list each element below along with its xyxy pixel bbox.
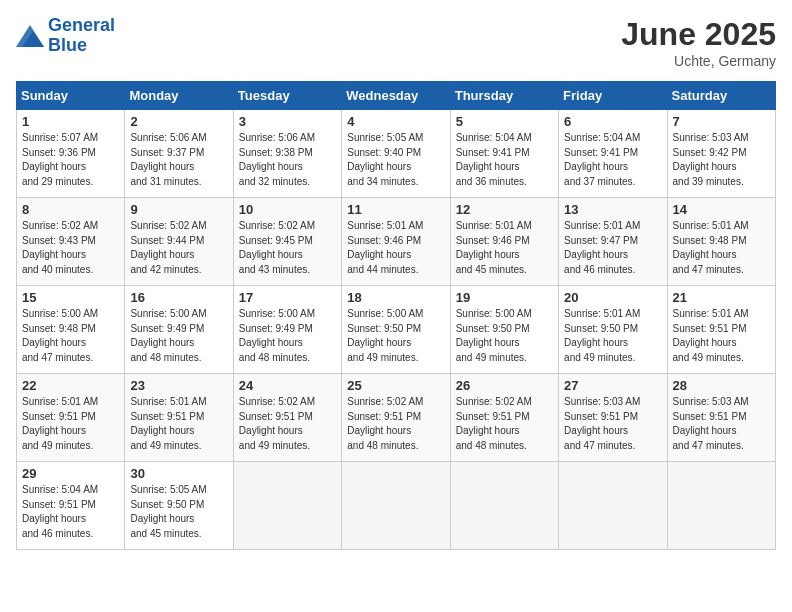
calendar-cell: 26 Sunrise: 5:02 AM Sunset: 9:51 PM Dayl…	[450, 374, 558, 462]
calendar-cell: 1 Sunrise: 5:07 AM Sunset: 9:36 PM Dayli…	[17, 110, 125, 198]
calendar-cell: 2 Sunrise: 5:06 AM Sunset: 9:37 PM Dayli…	[125, 110, 233, 198]
week-row-1: 1 Sunrise: 5:07 AM Sunset: 9:36 PM Dayli…	[17, 110, 776, 198]
calendar-cell: 20 Sunrise: 5:01 AM Sunset: 9:50 PM Dayl…	[559, 286, 667, 374]
calendar-cell	[233, 462, 341, 550]
calendar-cell: 14 Sunrise: 5:01 AM Sunset: 9:48 PM Dayl…	[667, 198, 775, 286]
day-info: Sunrise: 5:06 AM Sunset: 9:37 PM Dayligh…	[130, 131, 227, 189]
logo-text: General Blue	[48, 16, 115, 56]
day-info: Sunrise: 5:02 AM Sunset: 9:51 PM Dayligh…	[347, 395, 444, 453]
day-number: 28	[673, 378, 770, 393]
calendar-cell: 15 Sunrise: 5:00 AM Sunset: 9:48 PM Dayl…	[17, 286, 125, 374]
calendar-cell	[450, 462, 558, 550]
calendar-cell: 12 Sunrise: 5:01 AM Sunset: 9:46 PM Dayl…	[450, 198, 558, 286]
day-info: Sunrise: 5:00 AM Sunset: 9:50 PM Dayligh…	[347, 307, 444, 365]
logo-line2: Blue	[48, 35, 87, 55]
calendar-cell: 10 Sunrise: 5:02 AM Sunset: 9:45 PM Dayl…	[233, 198, 341, 286]
calendar-cell: 3 Sunrise: 5:06 AM Sunset: 9:38 PM Dayli…	[233, 110, 341, 198]
calendar-cell: 25 Sunrise: 5:02 AM Sunset: 9:51 PM Dayl…	[342, 374, 450, 462]
day-number: 24	[239, 378, 336, 393]
day-number: 10	[239, 202, 336, 217]
day-info: Sunrise: 5:01 AM Sunset: 9:48 PM Dayligh…	[673, 219, 770, 277]
day-info: Sunrise: 5:01 AM Sunset: 9:46 PM Dayligh…	[347, 219, 444, 277]
day-info: Sunrise: 5:01 AM Sunset: 9:50 PM Dayligh…	[564, 307, 661, 365]
day-number: 2	[130, 114, 227, 129]
calendar-cell: 5 Sunrise: 5:04 AM Sunset: 9:41 PM Dayli…	[450, 110, 558, 198]
week-row-3: 15 Sunrise: 5:00 AM Sunset: 9:48 PM Dayl…	[17, 286, 776, 374]
calendar-cell: 6 Sunrise: 5:04 AM Sunset: 9:41 PM Dayli…	[559, 110, 667, 198]
calendar-cell: 27 Sunrise: 5:03 AM Sunset: 9:51 PM Dayl…	[559, 374, 667, 462]
day-number: 26	[456, 378, 553, 393]
calendar-cell: 22 Sunrise: 5:01 AM Sunset: 9:51 PM Dayl…	[17, 374, 125, 462]
logo-line1: General	[48, 15, 115, 35]
day-info: Sunrise: 5:00 AM Sunset: 9:49 PM Dayligh…	[130, 307, 227, 365]
title-block: June 2025 Uchte, Germany	[621, 16, 776, 69]
header-friday: Friday	[559, 82, 667, 110]
header-tuesday: Tuesday	[233, 82, 341, 110]
month-title: June 2025	[621, 16, 776, 53]
day-number: 18	[347, 290, 444, 305]
header-wednesday: Wednesday	[342, 82, 450, 110]
day-info: Sunrise: 5:03 AM Sunset: 9:42 PM Dayligh…	[673, 131, 770, 189]
day-info: Sunrise: 5:02 AM Sunset: 9:45 PM Dayligh…	[239, 219, 336, 277]
page-header: General Blue June 2025 Uchte, Germany	[16, 16, 776, 69]
day-number: 1	[22, 114, 119, 129]
day-info: Sunrise: 5:02 AM Sunset: 9:43 PM Dayligh…	[22, 219, 119, 277]
calendar-cell: 19 Sunrise: 5:00 AM Sunset: 9:50 PM Dayl…	[450, 286, 558, 374]
day-info: Sunrise: 5:01 AM Sunset: 9:51 PM Dayligh…	[673, 307, 770, 365]
calendar-cell: 24 Sunrise: 5:02 AM Sunset: 9:51 PM Dayl…	[233, 374, 341, 462]
calendar-cell: 4 Sunrise: 5:05 AM Sunset: 9:40 PM Dayli…	[342, 110, 450, 198]
week-row-2: 8 Sunrise: 5:02 AM Sunset: 9:43 PM Dayli…	[17, 198, 776, 286]
day-number: 20	[564, 290, 661, 305]
calendar-cell: 21 Sunrise: 5:01 AM Sunset: 9:51 PM Dayl…	[667, 286, 775, 374]
day-info: Sunrise: 5:05 AM Sunset: 9:50 PM Dayligh…	[130, 483, 227, 541]
day-info: Sunrise: 5:04 AM Sunset: 9:41 PM Dayligh…	[456, 131, 553, 189]
calendar-cell: 18 Sunrise: 5:00 AM Sunset: 9:50 PM Dayl…	[342, 286, 450, 374]
day-number: 22	[22, 378, 119, 393]
day-info: Sunrise: 5:03 AM Sunset: 9:51 PM Dayligh…	[564, 395, 661, 453]
week-row-4: 22 Sunrise: 5:01 AM Sunset: 9:51 PM Dayl…	[17, 374, 776, 462]
logo-icon	[16, 25, 44, 47]
day-number: 29	[22, 466, 119, 481]
day-number: 5	[456, 114, 553, 129]
day-info: Sunrise: 5:02 AM Sunset: 9:51 PM Dayligh…	[456, 395, 553, 453]
logo: General Blue	[16, 16, 115, 56]
day-info: Sunrise: 5:03 AM Sunset: 9:51 PM Dayligh…	[673, 395, 770, 453]
day-info: Sunrise: 5:02 AM Sunset: 9:51 PM Dayligh…	[239, 395, 336, 453]
day-number: 27	[564, 378, 661, 393]
header-monday: Monday	[125, 82, 233, 110]
calendar-cell: 17 Sunrise: 5:00 AM Sunset: 9:49 PM Dayl…	[233, 286, 341, 374]
calendar-cell: 23 Sunrise: 5:01 AM Sunset: 9:51 PM Dayl…	[125, 374, 233, 462]
calendar-cell: 30 Sunrise: 5:05 AM Sunset: 9:50 PM Dayl…	[125, 462, 233, 550]
day-info: Sunrise: 5:00 AM Sunset: 9:48 PM Dayligh…	[22, 307, 119, 365]
day-number: 19	[456, 290, 553, 305]
day-number: 15	[22, 290, 119, 305]
day-number: 7	[673, 114, 770, 129]
day-number: 17	[239, 290, 336, 305]
day-info: Sunrise: 5:04 AM Sunset: 9:41 PM Dayligh…	[564, 131, 661, 189]
calendar-cell	[667, 462, 775, 550]
day-number: 30	[130, 466, 227, 481]
day-number: 13	[564, 202, 661, 217]
day-number: 9	[130, 202, 227, 217]
calendar-header-row: Sunday Monday Tuesday Wednesday Thursday…	[17, 82, 776, 110]
day-number: 3	[239, 114, 336, 129]
day-info: Sunrise: 5:01 AM Sunset: 9:51 PM Dayligh…	[130, 395, 227, 453]
day-number: 6	[564, 114, 661, 129]
calendar-cell	[342, 462, 450, 550]
header-thursday: Thursday	[450, 82, 558, 110]
day-number: 25	[347, 378, 444, 393]
day-info: Sunrise: 5:06 AM Sunset: 9:38 PM Dayligh…	[239, 131, 336, 189]
day-number: 11	[347, 202, 444, 217]
week-row-5: 29 Sunrise: 5:04 AM Sunset: 9:51 PM Dayl…	[17, 462, 776, 550]
day-info: Sunrise: 5:00 AM Sunset: 9:50 PM Dayligh…	[456, 307, 553, 365]
calendar: Sunday Monday Tuesday Wednesday Thursday…	[16, 81, 776, 550]
day-info: Sunrise: 5:05 AM Sunset: 9:40 PM Dayligh…	[347, 131, 444, 189]
calendar-cell: 16 Sunrise: 5:00 AM Sunset: 9:49 PM Dayl…	[125, 286, 233, 374]
calendar-cell: 29 Sunrise: 5:04 AM Sunset: 9:51 PM Dayl…	[17, 462, 125, 550]
calendar-cell	[559, 462, 667, 550]
calendar-cell: 9 Sunrise: 5:02 AM Sunset: 9:44 PM Dayli…	[125, 198, 233, 286]
header-saturday: Saturday	[667, 82, 775, 110]
day-info: Sunrise: 5:01 AM Sunset: 9:47 PM Dayligh…	[564, 219, 661, 277]
calendar-cell: 7 Sunrise: 5:03 AM Sunset: 9:42 PM Dayli…	[667, 110, 775, 198]
day-info: Sunrise: 5:04 AM Sunset: 9:51 PM Dayligh…	[22, 483, 119, 541]
